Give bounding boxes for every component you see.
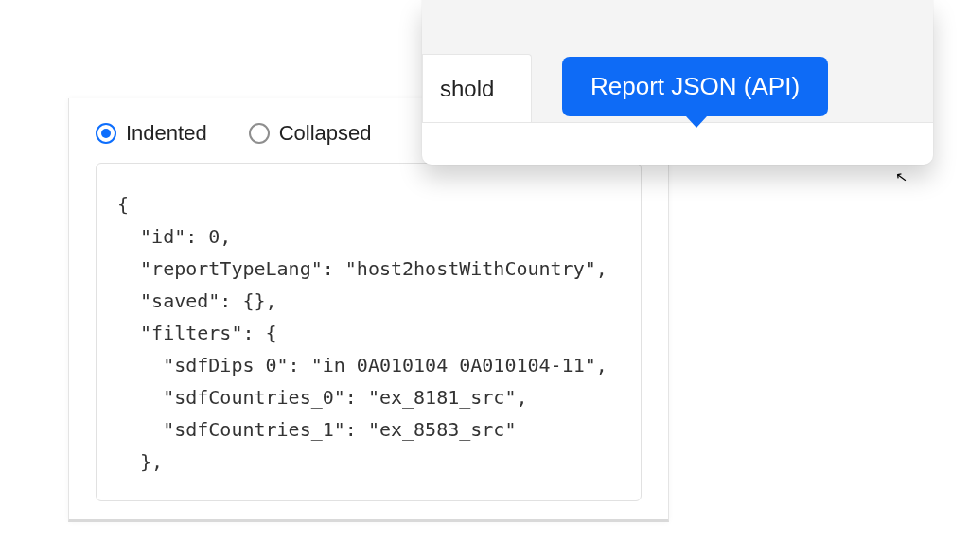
radio-collapsed-label: Collapsed xyxy=(279,121,372,146)
radio-dot-icon xyxy=(249,123,270,144)
tab-bar: shold Report JSON (API) xyxy=(422,0,933,123)
radio-dot-icon xyxy=(96,123,116,144)
cursor-icon: ↖ xyxy=(894,167,908,186)
json-code-block[interactable]: { "id": 0, "reportTypeLang": "host2hostW… xyxy=(96,163,642,501)
tab-threshold-label: shold xyxy=(440,76,494,102)
radio-collapsed[interactable]: Collapsed xyxy=(249,121,372,146)
tab-tooltip-overlay: shold Report JSON (API) xyxy=(422,0,933,165)
tooltip-report-json[interactable]: Report JSON (API) xyxy=(562,57,828,116)
radio-indented-label: Indented xyxy=(126,121,207,146)
tab-threshold[interactable]: shold xyxy=(422,54,532,122)
tooltip-label: Report JSON (API) xyxy=(590,72,800,100)
radio-indented[interactable]: Indented xyxy=(96,121,207,146)
